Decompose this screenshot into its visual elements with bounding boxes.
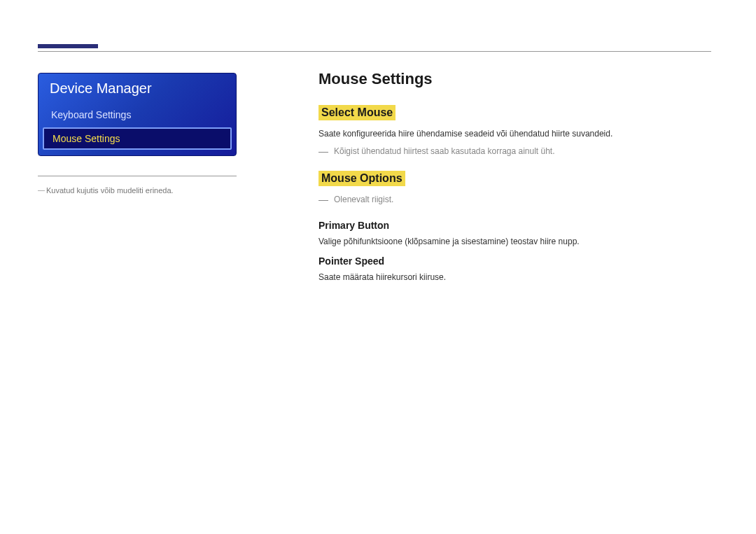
sidebar-item-keyboard-settings[interactable]: Keyboard Settings <box>38 104 236 126</box>
page-title: Mouse Settings <box>318 70 711 88</box>
section-heading-mouse-options: Mouse Options <box>318 171 405 186</box>
sidebar-note: Kuvatud kujutis võib mudeliti erineda. <box>38 185 237 197</box>
section-note-mouse-options: Olenevalt riigist. <box>318 193 711 206</box>
sub-heading-primary-button: Primary Button <box>318 220 711 231</box>
sub-body-pointer-speed: Saate määrata hiirekursori kiiruse. <box>318 271 711 284</box>
sidebar-divider <box>38 176 237 176</box>
section-mouse-options: Mouse Options Olenevalt riigist. Primary… <box>318 171 711 284</box>
header-divider <box>38 46 711 52</box>
main-content: Mouse Settings Select Mouse Saate konfig… <box>318 70 711 293</box>
sidebar: Device Manager Keyboard Settings Mouse S… <box>38 73 237 197</box>
section-heading-select-mouse: Select Mouse <box>318 105 396 120</box>
device-manager-panel: Device Manager Keyboard Settings Mouse S… <box>38 73 237 156</box>
sidebar-item-mouse-settings[interactable]: Mouse Settings <box>43 127 232 150</box>
panel-title: Device Manager <box>38 73 236 104</box>
sub-body-primary-button: Valige põhifunktsioone (klõpsamine ja si… <box>318 235 711 248</box>
subsection-primary-button: Primary Button Valige põhifunktsioone (k… <box>318 220 711 248</box>
section-body-select-mouse: Saate konfigureerida hiire ühendamise se… <box>318 127 711 141</box>
section-select-mouse: Select Mouse Saate konfigureerida hiire … <box>318 105 711 158</box>
section-note-select-mouse: Kõigist ühendatud hiirtest saab kasutada… <box>318 145 711 158</box>
sub-heading-pointer-speed: Pointer Speed <box>318 255 711 267</box>
subsection-pointer-speed: Pointer Speed Saate määrata hiirekursori… <box>318 255 711 284</box>
